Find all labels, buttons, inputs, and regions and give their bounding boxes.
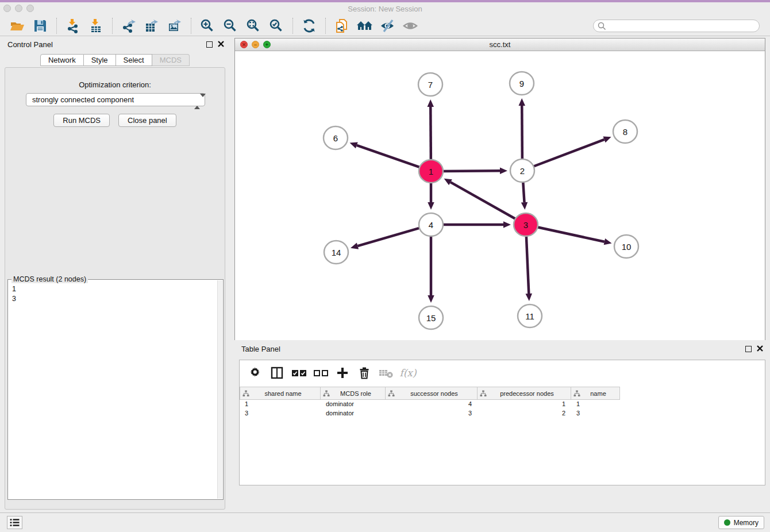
attribute-type-icon bbox=[480, 390, 487, 397]
hide-graphics-details-icon[interactable] bbox=[379, 17, 396, 34]
tab-network[interactable]: Network bbox=[40, 54, 84, 66]
cell-mcds-role[interactable]: dominator bbox=[321, 400, 386, 409]
edge-3-10[interactable] bbox=[537, 227, 605, 242]
edge-1-7[interactable] bbox=[430, 107, 431, 160]
tab-style[interactable]: Style bbox=[84, 54, 116, 66]
tab-mcds[interactable]: MCDS bbox=[152, 54, 190, 66]
delete-columns-icon[interactable] bbox=[356, 364, 373, 381]
edge-4-14[interactable] bbox=[357, 228, 420, 246]
graph-node-6[interactable]: 6 bbox=[324, 126, 348, 149]
graph-node-7[interactable]: 7 bbox=[418, 73, 442, 96]
svg-text:9: 9 bbox=[519, 79, 524, 88]
graph-node-10[interactable]: 10 bbox=[614, 235, 638, 258]
graph-node-4[interactable]: 4 bbox=[419, 213, 443, 236]
cell-predecessor-nodes[interactable]: 2 bbox=[478, 409, 571, 418]
float-panel-icon[interactable] bbox=[206, 41, 213, 48]
graph-node-8[interactable]: 8 bbox=[613, 120, 637, 143]
export-network-icon[interactable] bbox=[120, 17, 137, 34]
network-view-titlebar[interactable]: ✕ − + scc.txt bbox=[235, 38, 765, 51]
zoom-selected-icon[interactable] bbox=[268, 17, 285, 34]
select-all-columns-icon[interactable] bbox=[290, 364, 307, 381]
attribute-type-icon bbox=[242, 390, 249, 397]
float-table-panel-icon[interactable] bbox=[745, 346, 752, 352]
column-label: MCDS role bbox=[330, 390, 385, 397]
column-header-name[interactable]: name bbox=[571, 387, 620, 400]
edge-arrow-icon bbox=[519, 98, 525, 106]
column-header-predecessor-nodes[interactable]: predecessor nodes bbox=[478, 387, 571, 400]
edge-1-6[interactable] bbox=[357, 145, 421, 168]
fx-label: f(x) bbox=[399, 367, 416, 379]
close-panel-button[interactable]: Close panel bbox=[118, 114, 176, 127]
column-header-shared-name[interactable]: shared name bbox=[240, 387, 321, 400]
edge-1-2[interactable] bbox=[442, 171, 500, 171]
edge-2-3[interactable] bbox=[523, 182, 524, 202]
criterion-select[interactable]: strongly connected component bbox=[26, 93, 205, 106]
run-mcds-button[interactable]: Run MCDS bbox=[53, 114, 110, 127]
edge-2-9[interactable] bbox=[522, 106, 522, 160]
import-table-icon[interactable] bbox=[87, 17, 105, 34]
cell-mcds-role[interactable]: dominator bbox=[321, 409, 386, 418]
column-header-successor-nodes[interactable]: successor nodes bbox=[386, 387, 478, 400]
control-panel-header: Control Panel bbox=[0, 36, 230, 52]
graph-node-2[interactable]: 2 bbox=[510, 159, 534, 182]
table-row[interactable]: 1dominator411 bbox=[240, 400, 765, 409]
cell-successor-nodes[interactable]: 4 bbox=[386, 400, 478, 409]
memory-button[interactable]: Memory bbox=[718, 516, 764, 529]
save-session-icon[interactable] bbox=[32, 17, 49, 34]
graph-node-1[interactable]: 1 bbox=[419, 160, 443, 183]
zoom-out-icon[interactable] bbox=[222, 17, 239, 34]
edge-2-8[interactable] bbox=[533, 140, 605, 167]
toolbar-separator bbox=[112, 18, 113, 34]
unselect-all-columns-icon[interactable] bbox=[312, 364, 329, 381]
edge-3-1[interactable] bbox=[451, 182, 516, 219]
result-scrollbar[interactable] bbox=[217, 280, 222, 499]
task-history-button[interactable] bbox=[7, 516, 22, 529]
graph-node-14[interactable]: 14 bbox=[324, 241, 348, 264]
import-network-icon[interactable] bbox=[64, 17, 82, 34]
svg-text:2: 2 bbox=[520, 166, 525, 176]
close-panel-icon[interactable] bbox=[217, 40, 225, 48]
tab-select[interactable]: Select bbox=[116, 54, 152, 66]
export-table-icon[interactable] bbox=[143, 17, 160, 34]
cell-name[interactable]: 1 bbox=[571, 400, 620, 409]
network-view-title: scc.txt bbox=[235, 38, 765, 51]
duplicate-network-icon[interactable] bbox=[333, 17, 351, 34]
table-row[interactable]: 3dominator323 bbox=[240, 409, 765, 418]
node-table-container: f(x) shared nameMCDS rolesuccessor nodes… bbox=[239, 360, 765, 485]
open-session-icon[interactable] bbox=[9, 17, 26, 34]
search-icon bbox=[598, 22, 606, 30]
cell-successor-nodes[interactable]: 3 bbox=[386, 409, 478, 418]
delete-table-icon[interactable] bbox=[378, 364, 395, 381]
graph-node-3[interactable]: 3 bbox=[514, 213, 538, 236]
close-table-panel-icon[interactable] bbox=[756, 345, 764, 352]
edge-arrow-icon bbox=[604, 238, 612, 245]
column-label: successor nodes bbox=[395, 390, 477, 397]
cell-shared-name[interactable]: 1 bbox=[240, 400, 321, 409]
table-panel: Table Panel bbox=[234, 341, 770, 512]
function-builder-icon[interactable]: f(x) bbox=[399, 364, 417, 381]
add-column-icon[interactable] bbox=[334, 364, 351, 381]
search-input[interactable] bbox=[593, 20, 760, 32]
control-panel-tabs: NetworkStyleSelectMCDS bbox=[0, 54, 230, 66]
mcds-result-node: 3 bbox=[12, 294, 216, 304]
network-canvas[interactable]: 7968124314101511 bbox=[235, 51, 765, 340]
column-header-mcds-role[interactable]: MCDS role bbox=[321, 387, 386, 400]
cell-name[interactable]: 3 bbox=[571, 409, 620, 418]
zoom-in-icon[interactable] bbox=[199, 17, 216, 34]
cell-predecessor-nodes[interactable]: 1 bbox=[478, 400, 571, 409]
zoom-fit-icon[interactable] bbox=[245, 17, 262, 34]
first-neighbors-icon[interactable] bbox=[356, 17, 374, 34]
graph-node-15[interactable]: 15 bbox=[419, 306, 443, 329]
graph-node-11[interactable]: 11 bbox=[518, 304, 542, 327]
edge-3-11[interactable] bbox=[526, 236, 529, 294]
cell-shared-name[interactable]: 3 bbox=[240, 409, 321, 418]
titlebar: Session: New Session bbox=[0, 2, 770, 16]
show-columns-icon[interactable] bbox=[268, 364, 286, 381]
mcds-result-list[interactable]: 13 bbox=[8, 282, 216, 499]
export-image-icon[interactable] bbox=[166, 17, 183, 34]
refresh-layout-icon[interactable] bbox=[301, 17, 318, 34]
show-graphics-details-icon[interactable] bbox=[402, 17, 419, 34]
table-settings-icon[interactable] bbox=[247, 364, 264, 381]
mcds-buttons-row: Run MCDS Close panel bbox=[5, 114, 225, 127]
graph-node-9[interactable]: 9 bbox=[510, 72, 534, 95]
